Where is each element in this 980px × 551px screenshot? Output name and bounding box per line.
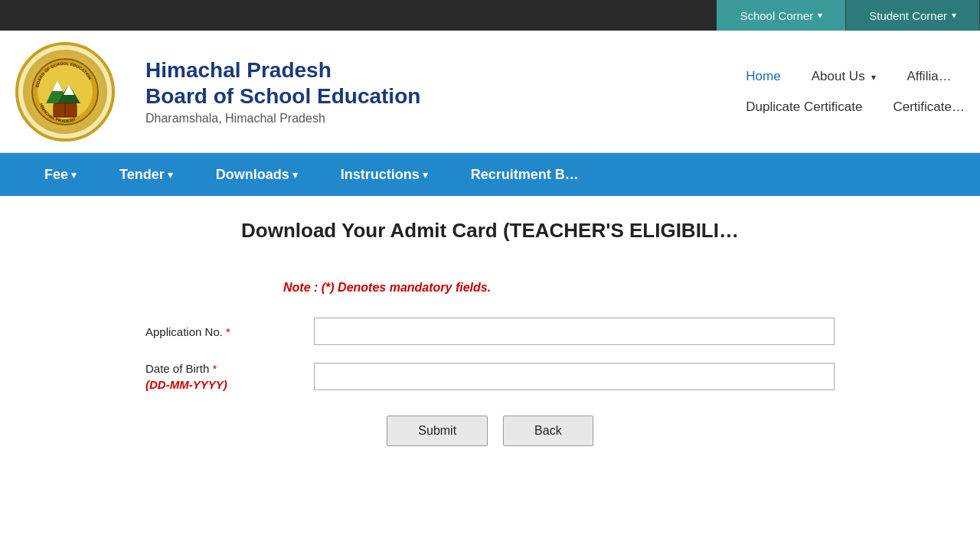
dob-format: (DD-MM-YYYY) <box>145 377 314 393</box>
student-corner-button[interactable]: Student Corner ▾ <box>846 0 980 31</box>
dob-required-star: * <box>213 362 217 375</box>
top-bar: School Corner ▾ Student Corner ▾ <box>0 0 980 31</box>
school-corner-arrow: ▾ <box>818 10 822 21</box>
nav-recruitment[interactable]: Recruitment B… <box>449 153 600 196</box>
page-title: Download Your Admit Card (TEACHER'S ELIG… <box>31 219 949 243</box>
blue-nav-bar: Fee ▾ Tender ▾ Downloads ▾ Instructions … <box>0 153 980 196</box>
nav-row-1: Home About Us ▾ Affilia… <box>746 69 965 84</box>
dob-input[interactable] <box>314 363 835 390</box>
instructions-arrow: ▾ <box>423 169 428 181</box>
nav-affiliation[interactable]: Affilia… <box>906 69 951 84</box>
nav-fee[interactable]: Fee ▾ <box>23 153 98 196</box>
dob-label: Date of Birth * (DD-MM-YYYY) <box>145 360 314 393</box>
logo-svg: BOARD OF SCHOOL EDUCATION HIMACHAL PRADE… <box>31 57 100 126</box>
nav-instructions[interactable]: Instructions ▾ <box>319 153 449 196</box>
tender-arrow: ▾ <box>168 169 173 181</box>
header: BOARD OF SCHOOL EDUCATION HIMACHAL PRADE… <box>0 31 980 153</box>
back-button[interactable]: Back <box>503 416 593 446</box>
nav-certificate[interactable]: Certificate… <box>893 99 965 115</box>
nav-home[interactable]: Home <box>746 69 780 84</box>
application-no-row: Application No. * <box>145 318 835 345</box>
nav-duplicate-certificate[interactable]: Duplicate Certificate <box>746 99 862 115</box>
fee-arrow: ▾ <box>71 169 77 181</box>
org-name: Himachal Pradesh Board of School Educati… <box>145 57 746 109</box>
student-corner-arrow: ▾ <box>952 10 956 21</box>
application-no-input[interactable] <box>314 318 835 345</box>
nav-row-2: Duplicate Certificate Certificate… <box>746 99 965 115</box>
downloads-arrow: ▾ <box>292 169 298 181</box>
nav-downloads[interactable]: Downloads ▾ <box>194 153 319 196</box>
org-info: Himachal Pradesh Board of School Educati… <box>145 57 746 126</box>
logo-area: BOARD OF SCHOOL EDUCATION HIMACHAL PRADE… <box>15 42 115 142</box>
application-no-label: Application No. * <box>145 324 314 340</box>
nav-about-us[interactable]: About Us ▾ <box>812 69 877 84</box>
school-corner-label: School Corner <box>740 9 813 22</box>
org-subtitle: Dharamshala, Himachal Pradesh <box>145 112 746 126</box>
about-us-arrow: ▾ <box>871 72 876 83</box>
logo-circle: BOARD OF SCHOOL EDUCATION HIMACHAL PRADE… <box>15 42 115 142</box>
submit-button[interactable]: Submit <box>387 416 488 446</box>
form-section: Note : (*) Denotes mandatory fields. App… <box>145 281 835 446</box>
logo-inner: BOARD OF SCHOOL EDUCATION HIMACHAL PRADE… <box>23 50 107 134</box>
student-corner-label: Student Corner <box>869 9 947 22</box>
nav-tender[interactable]: Tender ▾ <box>98 153 194 196</box>
dob-row: Date of Birth * (DD-MM-YYYY) <box>145 360 835 393</box>
button-row: Submit Back <box>145 416 835 446</box>
main-content: Download Your Admit Card (TEACHER'S ELIG… <box>0 196 980 502</box>
header-nav: Home About Us ▾ Affilia… Duplicate Certi… <box>746 69 965 115</box>
school-corner-button[interactable]: School Corner ▾ <box>717 0 846 31</box>
application-required-star: * <box>226 325 230 338</box>
note-text: Note : (*) Denotes mandatory fields. <box>283 281 835 295</box>
